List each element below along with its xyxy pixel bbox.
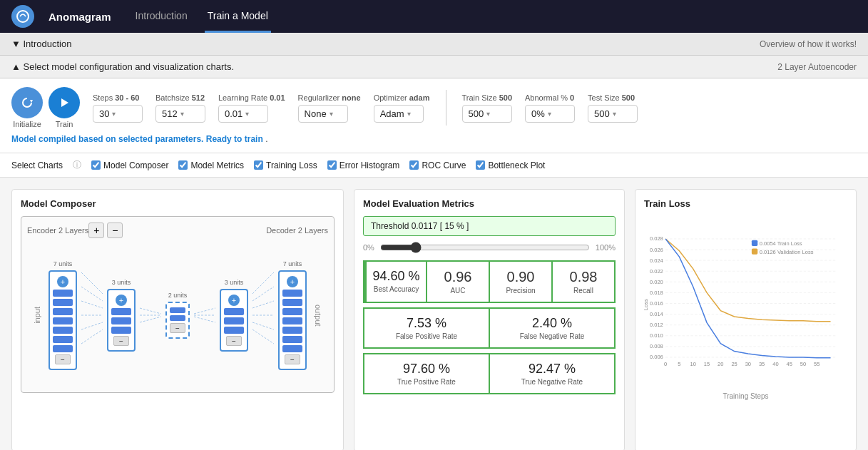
chart-model-metrics[interactable]: Model Metrics [178, 160, 244, 170]
batchsize-label: Batchsize 512 [155, 93, 205, 102]
chart-training-loss[interactable]: Training Loss [254, 160, 317, 170]
svg-line-3 [81, 272, 103, 294]
svg-text:50: 50 [800, 361, 806, 367]
fpr-cell: 7.53 % False Positive Rate [364, 308, 489, 348]
connector-2 [140, 280, 161, 351]
connector-3 [194, 280, 215, 351]
layer2-add-btn[interactable]: + [116, 295, 127, 306]
svg-text:0.012: 0.012 [650, 322, 663, 328]
neuron [282, 290, 302, 297]
layer5-add-btn[interactable]: + [287, 276, 298, 287]
neuron [224, 308, 244, 315]
train-col: Train [48, 87, 80, 128]
svg-text:Loss: Loss [643, 299, 649, 310]
batchsize-arrow: ▾ [180, 110, 184, 118]
trainsize-select[interactable]: 500 ▾ [462, 105, 512, 123]
info-icon[interactable]: ⓘ [73, 159, 81, 171]
config-row: Initialize Train Steps 30 - 60 30 ▾ Batc… [11, 87, 857, 128]
neuron [224, 327, 244, 334]
neuron [53, 299, 73, 306]
tpr-cell: 97.60 % True Positive Rate [364, 354, 489, 394]
composer-panel: Model Composer Encoder 2 Layers + − Deco… [11, 189, 344, 450]
chart-model-composer[interactable]: Model Composer [91, 160, 168, 170]
neuron [53, 317, 73, 324]
svg-text:10: 10 [690, 361, 696, 367]
svg-text:0.008: 0.008 [650, 343, 663, 349]
steps-arrow: ▾ [112, 110, 116, 118]
regularizer-select[interactable]: None ▾ [298, 105, 348, 123]
testsize-group: Test Size 500 500 ▾ [588, 93, 638, 123]
layer4-add-btn[interactable]: + [228, 295, 240, 306]
nav-tab-train[interactable]: Train a Model [205, 0, 271, 33]
abnormal-select[interactable]: 0% ▾ [525, 105, 575, 123]
svg-text:15: 15 [704, 361, 710, 367]
svg-line-7 [81, 322, 103, 329]
layer5-minus-btn[interactable]: − [285, 354, 300, 364]
encoder-remove-btn[interactable]: − [107, 223, 123, 238]
svg-text:40: 40 [772, 361, 778, 367]
optimizer-select[interactable]: Adam ▾ [374, 105, 424, 123]
output-label: output [311, 302, 325, 329]
train-button[interactable] [48, 87, 80, 118]
mid-metrics-grid: 7.53 % False Positive Rate 2.40 % False … [363, 307, 616, 349]
lr-select[interactable]: 0.01 ▾ [218, 105, 268, 123]
precision-cell: 0.90 Precision [489, 261, 552, 302]
nav-tab-introduction[interactable]: Introduction [133, 0, 190, 33]
train-label: Train [56, 120, 73, 128]
lr-label: Learning Rate 0.01 [218, 93, 285, 102]
encoder-label: Encoder 2 Layers [27, 226, 88, 235]
layer5-units: 7 units [283, 260, 302, 267]
svg-marker-2 [61, 98, 68, 107]
recall-lbl: Recall [557, 287, 610, 295]
fnr-lbl: False Negative Rate [494, 332, 610, 340]
encoder-add-btn[interactable]: + [88, 223, 104, 238]
network-viz: input 7 units + − [27, 244, 328, 387]
testsize-select[interactable]: 500 ▾ [588, 105, 638, 123]
layer1-minus-btn[interactable]: − [55, 354, 71, 364]
neuron [282, 336, 302, 343]
abnormal-label: Abnormal % 0 [525, 93, 574, 102]
svg-line-12 [194, 308, 215, 314]
layer2-units: 3 units [112, 279, 131, 286]
neuron [53, 345, 73, 352]
layer4-minus-btn[interactable]: − [226, 336, 242, 346]
chart-bottleneck-plot[interactable]: Bottleneck Plot [476, 160, 545, 170]
layer-4-group: 3 units + − [220, 279, 248, 352]
main-content: Model Composer Encoder 2 Layers + − Deco… [0, 178, 868, 450]
layer-1-box: + − [48, 270, 77, 370]
threshold-slider[interactable] [380, 242, 590, 253]
neuron [282, 308, 302, 315]
layer2-minus-btn[interactable]: − [113, 336, 129, 346]
layer3-minus-btn[interactable]: − [170, 323, 185, 333]
neuron [53, 308, 73, 315]
layer1-add-btn[interactable]: + [57, 276, 68, 287]
neuron [111, 317, 131, 324]
svg-line-16 [252, 287, 274, 301]
svg-text:0.024: 0.024 [650, 257, 663, 264]
encoder-btns: + − [88, 223, 123, 238]
layer4-units: 3 units [225, 279, 244, 286]
introduction-subtitle: Overview of how it works! [760, 39, 857, 49]
svg-line-17 [252, 301, 274, 308]
fpr-lbl: False Positive Rate [369, 332, 484, 340]
neuron [282, 299, 302, 306]
batchsize-select[interactable]: 512 ▾ [155, 105, 205, 123]
steps-select[interactable]: 30 ▾ [93, 105, 143, 123]
initialize-button[interactable] [11, 87, 43, 118]
svg-line-4 [81, 287, 103, 301]
optimizer-arrow: ▾ [407, 110, 411, 118]
svg-marker-1 [30, 100, 33, 103]
auc-lbl: AUC [432, 287, 484, 295]
chart-roc-curve[interactable]: ROC Curve [409, 160, 466, 170]
svg-text:0.020: 0.020 [650, 279, 663, 285]
svg-point-0 [17, 11, 29, 22]
fnr-cell: 2.40 % False Negative Rate [489, 308, 615, 348]
tpr-val: 97.60 % [369, 362, 484, 377]
loss-panel: Train Loss 0.028 0.026 0.024 [635, 189, 857, 450]
auc-val: 0.96 [432, 269, 484, 285]
svg-text:0.006: 0.006 [650, 354, 663, 360]
chart-error-histogram[interactable]: Error Histogram [327, 160, 400, 170]
accuracy-val: 94.60 % [371, 269, 422, 284]
neuron [53, 327, 73, 334]
config-subtitle: 2 Layer Autoencoder [777, 62, 857, 72]
